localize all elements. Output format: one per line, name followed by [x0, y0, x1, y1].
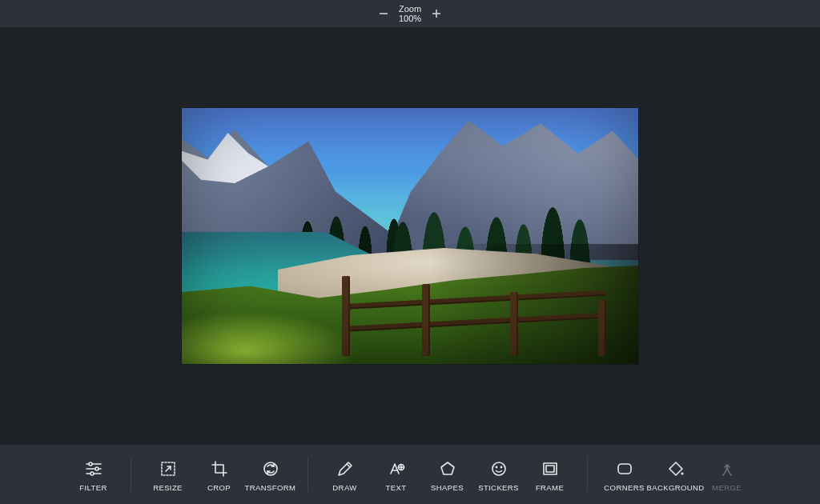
zoom-in-button[interactable]: [431, 8, 442, 19]
group-canvas: CORNERS BACKGROUND MERGE: [599, 445, 753, 504]
crop-icon: [210, 459, 229, 478]
svg-point-7: [95, 467, 98, 470]
svg-rect-21: [618, 464, 631, 474]
shapes-label: SHAPES: [431, 483, 464, 492]
frame-button[interactable]: FRAME: [525, 451, 576, 498]
stickers-label: STICKERS: [478, 483, 519, 492]
stickers-button[interactable]: STICKERS: [473, 451, 525, 498]
resize-label: RESIZE: [153, 483, 183, 492]
group-draw: DRAW TEXT SHAPES STICKERS: [320, 445, 576, 504]
plus-icon: [432, 9, 441, 18]
shapes-button[interactable]: SHAPES: [422, 451, 473, 498]
resize-button[interactable]: RESIZE: [143, 451, 194, 498]
rotate-icon: [261, 459, 280, 478]
text-icon: [387, 459, 406, 478]
svg-point-17: [496, 466, 496, 467]
merge-icon: [718, 459, 737, 478]
corners-button[interactable]: CORNERS: [599, 451, 650, 498]
top-bar: Zoom 100%: [0, 0, 820, 27]
bottom-toolbar: FILTER RESIZE CROP TRANSFORM: [0, 445, 820, 504]
filter-button[interactable]: FILTER: [68, 451, 119, 498]
pentagon-icon: [438, 459, 457, 478]
paint-bucket-icon: [666, 459, 685, 478]
svg-point-8: [90, 472, 94, 475]
text-label: TEXT: [386, 483, 407, 492]
toolbar-separator: [131, 457, 131, 492]
transform-label: TRANSFORM: [245, 483, 296, 492]
group-transform: RESIZE CROP TRANSFORM: [143, 445, 296, 504]
frame-label: FRAME: [536, 483, 564, 492]
svg-point-18: [500, 466, 501, 467]
zoom-control: Zoom 100%: [378, 4, 442, 23]
toolbar-separator: [308, 457, 308, 492]
group-filter: FILTER: [68, 445, 119, 504]
zoom-readout: Zoom 100%: [399, 4, 421, 23]
svg-point-16: [492, 462, 505, 475]
draw-label: DRAW: [332, 483, 356, 492]
toolbar-separator: [587, 457, 588, 492]
minus-icon: [379, 9, 388, 18]
crop-label: CROP: [207, 483, 231, 492]
zoom-value: 100%: [399, 14, 421, 23]
zoom-label: Zoom: [399, 4, 421, 14]
pencil-icon: [336, 459, 355, 478]
background-button[interactable]: BACKGROUND: [650, 451, 701, 498]
draw-button[interactable]: DRAW: [320, 451, 371, 498]
zoom-out-button[interactable]: [378, 8, 389, 19]
sliders-icon: [84, 459, 103, 478]
resize-icon: [159, 459, 178, 478]
svg-point-22: [681, 472, 683, 474]
canvas-area: [0, 27, 820, 445]
corners-label: CORNERS: [604, 483, 644, 492]
rounded-rect-icon: [615, 459, 634, 478]
smiley-icon: [489, 459, 508, 478]
text-button[interactable]: TEXT: [371, 451, 422, 498]
transform-button[interactable]: TRANSFORM: [245, 451, 296, 498]
svg-point-6: [89, 462, 92, 466]
background-label: BACKGROUND: [646, 483, 704, 492]
svg-rect-20: [546, 466, 554, 472]
frame-icon: [541, 459, 560, 478]
filter-label: FILTER: [79, 483, 107, 492]
canvas-image[interactable]: [182, 108, 638, 364]
svg-line-11: [347, 464, 350, 467]
crop-button[interactable]: CROP: [194, 451, 245, 498]
merge-button: MERGE: [701, 451, 753, 498]
merge-label: MERGE: [712, 483, 742, 492]
